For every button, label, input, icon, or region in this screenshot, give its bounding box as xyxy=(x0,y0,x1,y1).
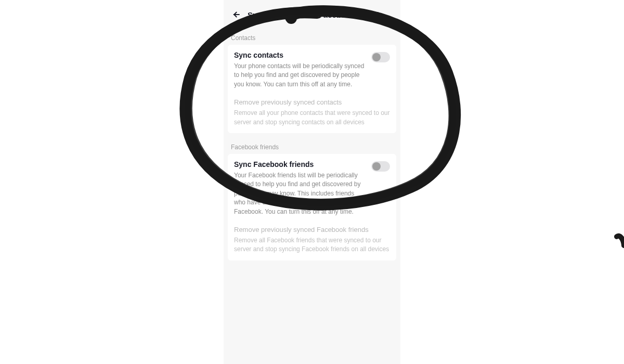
remove-contacts-row[interactable]: Remove previously synced contacts Remove… xyxy=(234,98,390,127)
contacts-section-label: Contacts xyxy=(224,29,400,45)
toggle-knob xyxy=(372,162,381,171)
facebook-section-label: Facebook friends xyxy=(224,138,400,154)
header-bar: Sync contacts and Facebook friends xyxy=(224,0,400,29)
sync-facebook-title: Sync Facebook friends xyxy=(234,160,365,168)
remove-contacts-title: Remove previously synced contacts xyxy=(234,98,390,106)
sync-contacts-title: Sync contacts xyxy=(234,51,365,59)
remove-facebook-row[interactable]: Remove previously synced Facebook friend… xyxy=(234,226,390,254)
facebook-card: Sync Facebook friends Your Facebook frie… xyxy=(228,154,396,261)
sync-facebook-row: Sync Facebook friends Your Facebook frie… xyxy=(234,160,390,216)
sync-facebook-desc: Your Facebook friends list will be perio… xyxy=(234,171,365,216)
sync-contacts-desc: Your phone contacts will be periodically… xyxy=(234,62,365,89)
back-icon[interactable] xyxy=(231,9,241,20)
remove-facebook-desc: Remove all Facebook friends that were sy… xyxy=(234,236,390,254)
toggle-knob xyxy=(372,53,381,61)
page-title: Sync contacts and Facebook friends xyxy=(248,10,383,19)
sync-contacts-row: Sync contacts Your phone contacts will b… xyxy=(234,51,390,89)
remove-contacts-desc: Remove all your phone contacts that were… xyxy=(234,109,390,127)
sync-facebook-toggle[interactable] xyxy=(371,161,390,172)
settings-screen: Sync contacts and Facebook friends Conta… xyxy=(224,0,400,364)
sync-contacts-toggle[interactable] xyxy=(371,52,390,62)
contacts-card: Sync contacts Your phone contacts will b… xyxy=(228,45,396,133)
remove-facebook-title: Remove previously synced Facebook friend… xyxy=(234,226,390,233)
